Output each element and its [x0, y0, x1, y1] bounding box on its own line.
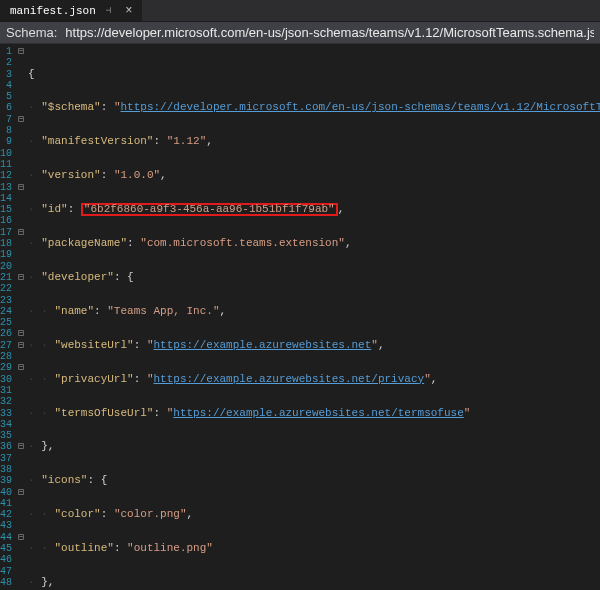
line-number: 3: [0, 69, 12, 80]
schema-bar: Schema: https://developer.microsoft.com/…: [0, 22, 600, 44]
line-number: 2: [0, 57, 12, 68]
line-number: 4: [0, 80, 12, 91]
line-number: 43: [0, 520, 12, 531]
line-number: 45: [0, 543, 12, 554]
line-number: 26: [0, 328, 12, 339]
line-number: 42: [0, 509, 12, 520]
line-number: 19: [0, 249, 12, 260]
line-number: 1: [0, 46, 12, 57]
line-number: 37: [0, 453, 12, 464]
line-number: 12: [0, 170, 12, 181]
highlight-app-id: "6b2f6860-a9f3-456a-aa96-1b51bf1f79ab": [81, 203, 338, 216]
close-icon[interactable]: ×: [121, 4, 136, 18]
line-number: 27: [0, 340, 12, 351]
line-number: 21: [0, 272, 12, 283]
line-number: 16: [0, 215, 12, 226]
line-number: 48: [0, 577, 12, 588]
line-number: 40: [0, 487, 12, 498]
line-number: 15: [0, 204, 12, 215]
privacy-link[interactable]: https://example.azurewebsites.net/privac…: [153, 373, 424, 385]
line-number: 35: [0, 430, 12, 441]
line-number: 20: [0, 261, 12, 272]
line-number: 47: [0, 566, 12, 577]
line-number: 8: [0, 125, 12, 136]
line-number: 29: [0, 362, 12, 373]
line-number: 6: [0, 102, 12, 113]
line-number: 46: [0, 554, 12, 565]
line-number: 7: [0, 114, 12, 125]
line-number: 36: [0, 441, 12, 452]
tab-filename: manifest.json: [10, 5, 96, 17]
tab-manifest-json[interactable]: manifest.json ⊣ ×: [0, 0, 143, 21]
schema-link[interactable]: https://developer.microsoft.com/en-us/js…: [120, 101, 600, 113]
line-number: 41: [0, 498, 12, 509]
line-number: 25: [0, 317, 12, 328]
line-number: 30: [0, 374, 12, 385]
line-number: 31: [0, 385, 12, 396]
website-link[interactable]: https://example.azurewebsites.net: [153, 339, 371, 351]
schema-url[interactable]: https://developer.microsoft.com/en-us/js…: [65, 25, 594, 40]
line-number: 10: [0, 148, 12, 159]
line-number: 11: [0, 159, 12, 170]
line-number: 34: [0, 419, 12, 430]
tab-bar: manifest.json ⊣ ×: [0, 0, 600, 22]
pin-icon[interactable]: ⊣: [106, 5, 111, 16]
code-line: {: [28, 68, 35, 80]
code-area[interactable]: { · "$schema": "https://developer.micros…: [24, 44, 600, 590]
line-number: 22: [0, 283, 12, 294]
tos-link[interactable]: https://example.azurewebsites.net/termso…: [173, 407, 463, 419]
line-number: 39: [0, 475, 12, 486]
schema-label: Schema:: [6, 25, 57, 40]
line-number: 38: [0, 464, 12, 475]
code-editor[interactable]: 1234567891011121314151617181920212223242…: [0, 44, 600, 590]
line-number: 33: [0, 408, 12, 419]
line-number-gutter: 1234567891011121314151617181920212223242…: [0, 44, 18, 590]
line-number: 44: [0, 532, 12, 543]
line-number: 17: [0, 227, 12, 238]
line-number: 5: [0, 91, 12, 102]
line-number: 28: [0, 351, 12, 362]
line-number: 24: [0, 306, 12, 317]
line-number: 23: [0, 295, 12, 306]
line-number: 18: [0, 238, 12, 249]
line-number: 32: [0, 396, 12, 407]
line-number: 9: [0, 136, 12, 147]
line-number: 14: [0, 193, 12, 204]
line-number: 13: [0, 182, 12, 193]
